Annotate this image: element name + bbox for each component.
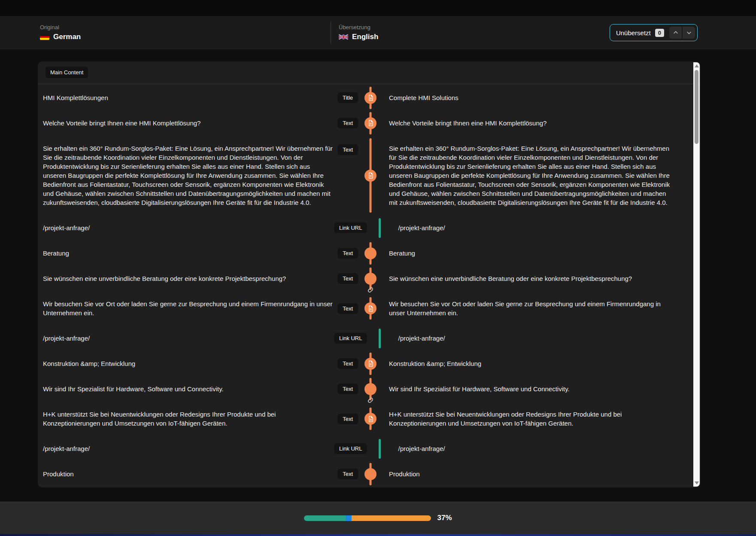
dot-status-icon[interactable] [364, 273, 376, 285]
content-type-badge: Text [337, 469, 358, 479]
content-type-badge: Text [337, 144, 358, 155]
source-text: Produktion [43, 461, 334, 487]
type-badge-column: Text [334, 469, 358, 479]
translation-row: Beratung Text Beratung [43, 241, 674, 266]
link-url-marker [379, 218, 381, 238]
progress-segment-review [346, 515, 352, 521]
translation-row: Sie erhalten ein 360° Rundum-Sorglos-Pak… [43, 136, 674, 215]
scrollbar-thumb[interactable] [695, 70, 698, 144]
document-status-icon[interactable] [364, 92, 376, 104]
connector-column [358, 291, 383, 326]
connector-column [358, 402, 383, 436]
previous-untranslated-button[interactable] [669, 27, 682, 39]
untranslated-count-badge: 0 [655, 29, 664, 37]
type-badge-column: Text [334, 303, 358, 314]
target-text[interactable]: H+K unterstützt Sie bei Neuentwicklungen… [383, 402, 674, 436]
connector-column [358, 85, 383, 110]
target-text[interactable]: Konstruktion &amp; Entwicklung [383, 351, 674, 376]
target-text[interactable]: Produktion [383, 461, 674, 487]
type-badge-column: Link URL [334, 222, 367, 233]
browser-chrome-strip [0, 0, 756, 16]
source-language-selector[interactable]: German [40, 33, 331, 41]
translation-row: /projekt-anfrage/ Link URL [43, 215, 674, 241]
source-text: Wir sind Ihr Spezialist für Hardware, So… [43, 376, 334, 402]
target-text[interactable]: Sie wünschen eine unverbindliche Beratun… [383, 266, 674, 291]
type-badge-column: Text [334, 248, 358, 259]
chain-link-icon[interactable] [366, 285, 375, 295]
document-status-icon[interactable] [364, 302, 376, 314]
source-text: Wir besuchen Sie vor Ort oder laden Sie … [43, 291, 334, 326]
translation-row: HMI Komplettlösungen Title [43, 85, 674, 110]
next-untranslated-button[interactable] [683, 27, 695, 39]
connector-column [358, 241, 383, 266]
target-text[interactable]: /projekt-anfrage/ [392, 215, 674, 241]
content-type-badge: Text [337, 384, 358, 394]
content-type-badge: Text [337, 414, 358, 424]
source-text: H+K unterstützt Sie bei Neuentwicklungen… [43, 402, 334, 436]
source-text: Sie erhalten ein 360° Rundum-Sorglos-Pak… [43, 136, 334, 215]
row-list: HMI Komplettlösungen Title [38, 84, 701, 487]
link-url-marker [379, 439, 381, 459]
document-status-icon[interactable] [364, 170, 376, 182]
document-status-icon[interactable] [364, 358, 376, 370]
progress-segment-translated [304, 515, 345, 521]
target-language-selector[interactable]: English [339, 33, 610, 41]
dot-status-icon[interactable] [364, 247, 376, 259]
type-badge-column: Link URL [334, 443, 367, 454]
target-text[interactable]: Wir besuchen Sie vor Ort oder laden Sie … [383, 291, 674, 326]
connector-column [358, 351, 383, 376]
scrollbar[interactable] [693, 62, 700, 487]
type-badge-column: Text [334, 273, 358, 284]
target-text[interactable]: Wir sind Ihr Spezialist für Hardware, So… [383, 376, 674, 402]
language-header: Original German Übersetzung English Unüb… [0, 16, 756, 49]
target-language-label: Übersetzung [339, 24, 610, 30]
german-flag-icon [40, 34, 49, 40]
type-badge-column: Text [334, 384, 358, 394]
dot-status-icon[interactable] [364, 468, 376, 480]
translation-row: Konstruktion &amp; Entwicklung Text [43, 351, 674, 376]
progress-footer: 37% [0, 502, 756, 534]
connector-column [358, 110, 383, 136]
translation-row: Wir sind Ihr Spezialist für Hardware, So… [43, 376, 674, 402]
link-url-marker [379, 329, 381, 348]
document-status-icon[interactable] [364, 117, 376, 129]
type-badge-column: Text [334, 136, 358, 215]
bottom-accent-strip [0, 534, 756, 536]
source-text: Welche Vorteile bringt Ihnen eine HMI Ko… [43, 110, 334, 136]
target-language-block: Übersetzung English [331, 21, 610, 44]
type-badge-column: Link URL [334, 333, 367, 344]
connector-column [358, 461, 383, 487]
connector-column [367, 436, 392, 461]
target-text[interactable]: /projekt-anfrage/ [392, 436, 674, 461]
translation-row: /projekt-anfrage/ Link URL [43, 326, 674, 351]
source-text: Konstruktion &amp; Entwicklung [43, 351, 334, 376]
target-text[interactable]: Beratung [383, 241, 674, 266]
source-text: HMI Komplettlösungen [43, 85, 334, 110]
dot-status-icon[interactable] [364, 383, 376, 395]
target-text[interactable]: Welche Vorteile bringt Ihnen eine HMI Ko… [383, 110, 674, 136]
scroll-down-arrow-icon[interactable] [695, 481, 699, 484]
scroll-up-arrow-icon[interactable] [695, 64, 699, 67]
translation-row: Produktion Text Produktion [43, 461, 674, 487]
type-badge-column: Text [334, 358, 358, 369]
source-text: /projekt-anfrage/ [43, 326, 334, 351]
type-badge-column: Text [334, 118, 358, 128]
target-language-name: English [352, 33, 378, 41]
content-type-badge: Text [337, 273, 358, 284]
document-status-icon[interactable] [364, 413, 376, 425]
translation-row: H+K unterstützt Sie bei Neuentwicklungen… [43, 402, 674, 436]
connector-column [367, 215, 392, 241]
source-text: /projekt-anfrage/ [43, 215, 334, 241]
untranslated-navigator: Unübersetzt 0 [610, 24, 698, 41]
chain-link-icon[interactable] [366, 396, 375, 405]
target-text[interactable]: /projekt-anfrage/ [392, 326, 674, 351]
content-type-badge: Link URL [334, 222, 367, 233]
target-text[interactable]: Sie erhalten ein 360° Rundum-Sorglos-Pak… [383, 136, 674, 215]
content-type-badge: Text [337, 303, 358, 314]
type-badge-column: Text [334, 414, 358, 424]
translation-row: Sie wünschen eine unverbindliche Beratun… [43, 266, 674, 291]
progress-bar [304, 515, 431, 521]
section-chip: Main Content [46, 67, 88, 78]
type-badge-column: Title [334, 92, 358, 103]
target-text[interactable]: Complete HMI Solutions [383, 85, 674, 110]
